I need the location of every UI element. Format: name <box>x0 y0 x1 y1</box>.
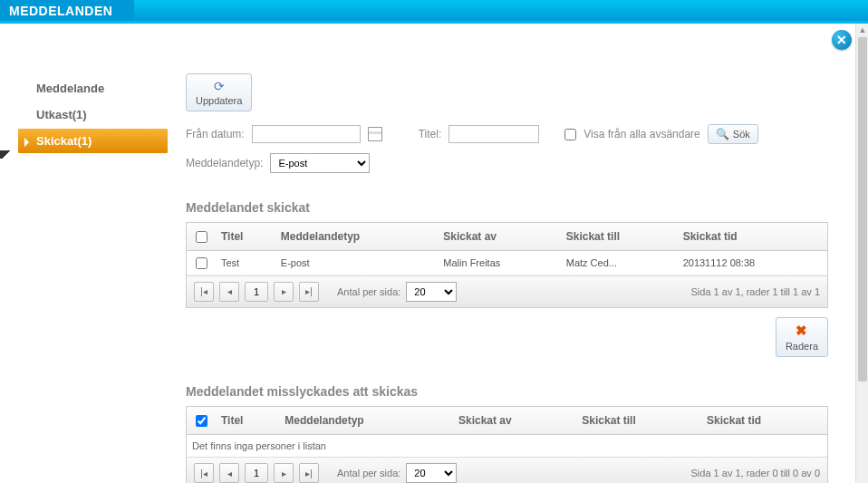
delete-button[interactable]: ✖ Radera <box>776 317 828 357</box>
sidebar-item-skickat[interactable]: Skickat(1) <box>18 129 168 153</box>
refresh-icon: ⟳ <box>214 79 225 93</box>
filter-row-2: Meddelandetyp: E-post <box>186 153 828 173</box>
show-all-senders-checkbox[interactable] <box>564 129 576 140</box>
calendar-icon[interactable] <box>368 127 382 141</box>
sent-section-title: Meddelandet skickat <box>186 200 828 215</box>
update-button[interactable]: ⟳ Uppdatera <box>186 73 252 111</box>
sidebar-item-utkast[interactable]: Utkast(1) <box>18 102 168 127</box>
sent-select-all-checkbox[interactable] <box>196 231 207 243</box>
failed-table-header-row: Titel Meddelandetyp Skickat av Skickat t… <box>187 407 827 435</box>
update-button-label: Uppdatera <box>196 95 242 106</box>
per-page-label: Antal per sida: <box>337 286 400 297</box>
fper-page-select[interactable]: 20 <box>406 463 457 483</box>
pager-status: Sida 1 av 1, rader 1 till 1 av 1 <box>691 286 820 297</box>
fpager-page-input[interactable] <box>245 463 268 483</box>
pager-last-button[interactable]: ▸| <box>299 282 319 302</box>
col-type[interactable]: Meddelandetyp <box>275 223 438 251</box>
sidebar: Meddelande Utkast(1) Skickat(1) <box>18 76 168 155</box>
search-button-label: Sök <box>733 129 750 140</box>
title-filter-input[interactable] <box>448 125 539 143</box>
delete-button-label: Radera <box>786 341 818 352</box>
fpager-status: Sida 1 av 1, rader 0 till 0 av 0 <box>691 468 820 478</box>
close-button[interactable] <box>832 30 852 50</box>
delete-icon: ✖ <box>796 323 807 339</box>
from-date-input[interactable] <box>252 125 361 143</box>
sent-table: Titel Meddelandetyp Skickat av Skickat t… <box>187 223 827 275</box>
row-checkbox[interactable] <box>196 257 207 269</box>
scrollbar[interactable]: ▲ <box>855 24 868 483</box>
row-senttime: 20131112 08:38 <box>678 251 827 275</box>
fpager-first-button[interactable]: |◂ <box>194 463 214 483</box>
message-type-select[interactable]: E-post <box>270 153 370 173</box>
message-type-label: Meddelandetyp: <box>186 157 263 169</box>
sidebar-item-meddelande[interactable]: Meddelande <box>18 76 168 101</box>
col-senttime[interactable]: Skickat tid <box>678 223 827 251</box>
fcol-senttime[interactable]: Skickat tid <box>701 407 827 435</box>
filter-row-1: Från datum: Titel: Visa från alla avsänd… <box>186 124 828 144</box>
row-sentto: Matz Ced... <box>561 251 678 275</box>
col-title[interactable]: Titel <box>216 223 275 251</box>
pager-first-button[interactable]: |◂ <box>194 282 214 302</box>
col-sentto[interactable]: Skickat till <box>561 223 678 251</box>
delete-area: ✖ Radera <box>186 317 828 357</box>
pager-page-input[interactable] <box>245 282 268 302</box>
scroll-up-arrow[interactable]: ▲ <box>856 24 868 36</box>
fcol-title[interactable]: Titel <box>216 407 279 435</box>
failed-empty-message: Det finns inga personer i listan <box>187 435 827 457</box>
row-type: E-post <box>275 251 438 275</box>
pager-prev-button[interactable]: ◂ <box>219 282 239 302</box>
sidebar-corner-decor <box>0 150 13 159</box>
pager-next-button[interactable]: ▸ <box>274 282 294 302</box>
table-row[interactable]: Test E-post Malin Freitas Matz Ced... 20… <box>187 251 827 275</box>
fcol-type[interactable]: Meddelandetyp <box>279 407 453 435</box>
col-sentby[interactable]: Skickat av <box>438 223 560 251</box>
header-tab: MEDDELANDEN <box>0 0 134 21</box>
fpager-next-button[interactable]: ▸ <box>274 463 294 483</box>
search-icon: 🔍 <box>716 128 729 140</box>
failed-table: Titel Meddelandetyp Skickat av Skickat t… <box>187 407 827 435</box>
failed-section-title: Meddelandet misslyckades att skickas <box>186 384 828 399</box>
title-filter-label: Titel: <box>419 128 442 140</box>
row-title: Test <box>216 251 275 275</box>
sent-table-wrap: Titel Meddelandetyp Skickat av Skickat t… <box>186 222 828 308</box>
header-title: MEDDELANDEN <box>9 4 112 18</box>
fpager-last-button[interactable]: ▸| <box>299 463 319 483</box>
show-all-senders-label: Visa från alla avsändare <box>583 128 700 140</box>
from-date-label: Från datum: <box>186 128 245 140</box>
content-area: ⟳ Uppdatera Från datum: Titel: Visa från… <box>186 73 828 483</box>
search-button[interactable]: 🔍 Sök <box>708 124 758 144</box>
per-page-select[interactable]: 20 <box>406 282 457 302</box>
fcol-sentby[interactable]: Skickat av <box>453 407 576 435</box>
failed-pager: |◂ ◂ ▸ ▸| Antal per sida: 20 Sida 1 av 1… <box>187 457 827 483</box>
sent-pager: |◂ ◂ ▸ ▸| Antal per sida: 20 Sida 1 av 1… <box>187 275 827 307</box>
sent-table-header-row: Titel Meddelandetyp Skickat av Skickat t… <box>187 223 827 251</box>
failed-table-wrap: Titel Meddelandetyp Skickat av Skickat t… <box>186 406 828 483</box>
modal-body: Meddelande Utkast(1) Skickat(1) ⟳ Uppdat… <box>0 24 855 483</box>
scroll-thumb[interactable] <box>858 37 867 382</box>
fpager-prev-button[interactable]: ◂ <box>219 463 239 483</box>
failed-select-all-checkbox[interactable] <box>196 415 207 427</box>
fcol-sentto[interactable]: Skickat till <box>576 407 701 435</box>
fper-page-label: Antal per sida: <box>337 468 400 478</box>
row-sentby: Malin Freitas <box>438 251 560 275</box>
